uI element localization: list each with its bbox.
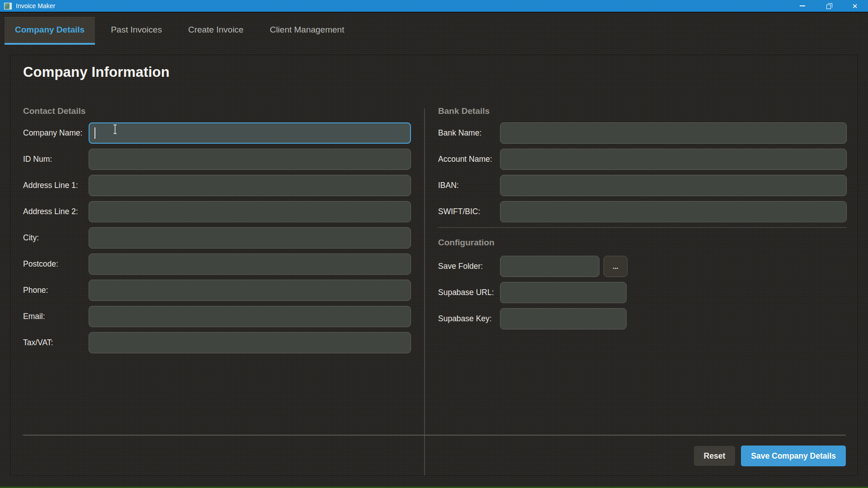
browse-folder-button[interactable]: ...: [604, 256, 627, 277]
bank-name-input[interactable]: [500, 122, 847, 144]
tab-label: Create Invoice: [188, 25, 244, 35]
city-row: City:: [23, 227, 411, 249]
postcode-input[interactable]: [89, 253, 411, 275]
tax-vat-input[interactable]: [89, 332, 411, 353]
window-title: Invoice Maker: [16, 2, 55, 9]
minimize-icon: [800, 5, 805, 6]
company-name-input-wrap: [89, 122, 411, 144]
id-num-row: ID Num:: [23, 149, 411, 170]
supabase-url-label: Supabase URL:: [438, 288, 500, 297]
address-line-1-label: Address Line 1:: [23, 181, 89, 190]
titlebar: Invoice Maker ✕: [0, 0, 868, 13]
tax-vat-row: Tax/VAT:: [23, 332, 411, 353]
app-icon: [4, 3, 12, 9]
footer-actions: Reset Save Company Details: [694, 446, 846, 466]
close-icon: ✕: [852, 3, 858, 9]
address-line-2-row: Address Line 2:: [23, 201, 411, 222]
company-name-input[interactable]: [89, 122, 411, 144]
save-folder-input[interactable]: [500, 256, 599, 277]
page-title: Company Information: [23, 64, 170, 80]
address-line-1-input[interactable]: [89, 175, 411, 196]
postcode-label: Postcode:: [23, 259, 89, 269]
iban-input[interactable]: [500, 175, 847, 196]
email-input[interactable]: [89, 306, 411, 327]
reset-button[interactable]: Reset: [694, 446, 736, 466]
supabase-key-label: Supabase Key:: [438, 314, 500, 324]
swift-bic-input[interactable]: [500, 201, 847, 222]
save-company-details-button[interactable]: Save Company Details: [741, 446, 846, 466]
close-button[interactable]: ✕: [842, 0, 868, 12]
address-line-2-input[interactable]: [89, 201, 411, 222]
supabase-key-row: Supabase Key:: [438, 308, 847, 329]
tax-vat-label: Tax/VAT:: [23, 338, 89, 347]
supabase-url-row: Supabase URL:: [438, 282, 847, 303]
swift-bic-label: SWIFT/BIC:: [438, 207, 500, 216]
supabase-url-input[interactable]: [500, 282, 627, 303]
tab-past-invoices[interactable]: Past Invoices: [100, 17, 172, 45]
window-controls: ✕: [789, 0, 868, 12]
city-input[interactable]: [89, 227, 411, 249]
configuration-heading: Configuration: [438, 237, 847, 248]
footer-separator: [23, 435, 846, 436]
swift-bic-row: SWIFT/BIC:: [438, 201, 847, 222]
contact-details-heading: Contact Details: [23, 106, 411, 117]
address-line-1-row: Address Line 1:: [23, 175, 411, 196]
iban-row: IBAN:: [438, 175, 847, 196]
phone-row: Phone:: [23, 280, 411, 301]
postcode-row: Postcode:: [23, 253, 411, 275]
text-caret: [94, 127, 95, 139]
restore-icon: [826, 5, 831, 9]
iban-label: IBAN:: [438, 181, 500, 190]
id-num-label: ID Num:: [23, 155, 89, 164]
bank-details-heading: Bank Details: [438, 106, 847, 117]
city-label: City:: [23, 233, 89, 243]
restore-button[interactable]: [816, 0, 842, 12]
tab-create-invoice[interactable]: Create Invoice: [178, 17, 254, 45]
minimize-button[interactable]: [789, 0, 816, 12]
save-folder-label: Save Folder:: [438, 262, 500, 271]
email-label: Email:: [23, 312, 89, 321]
company-name-row: Company Name:: [23, 122, 411, 144]
bank-name-label: Bank Name:: [438, 128, 500, 138]
phone-label: Phone:: [23, 286, 89, 295]
tab-label: Client Management: [270, 25, 344, 35]
tab-label: Past Invoices: [111, 25, 162, 35]
company-name-label: Company Name:: [23, 128, 89, 138]
supabase-key-input[interactable]: [500, 308, 627, 329]
address-line-2-label: Address Line 2:: [23, 207, 89, 216]
column-divider: [424, 108, 425, 475]
contact-details-section: Contact Details Company Name: ID Num: Ad…: [23, 106, 411, 358]
tab-client-management[interactable]: Client Management: [259, 17, 355, 45]
bank-name-row: Bank Name:: [438, 122, 847, 144]
account-name-label: Account Name:: [438, 155, 500, 164]
account-name-row: Account Name:: [438, 149, 847, 170]
tab-label: Company Details: [15, 25, 85, 35]
account-name-input[interactable]: [500, 149, 847, 170]
phone-input[interactable]: [89, 280, 411, 301]
id-num-input[interactable]: [89, 149, 411, 170]
right-column: Bank Details Bank Name: Account Name: IB…: [438, 106, 847, 334]
tab-bar: Company Details Past Invoices Create Inv…: [5, 17, 360, 45]
section-separator: [438, 227, 847, 228]
save-folder-row: Save Folder: ...: [438, 256, 847, 277]
email-row: Email:: [23, 306, 411, 327]
main-panel: Company Information Contact Details Comp…: [10, 55, 858, 476]
tab-company-details[interactable]: Company Details: [5, 17, 95, 45]
